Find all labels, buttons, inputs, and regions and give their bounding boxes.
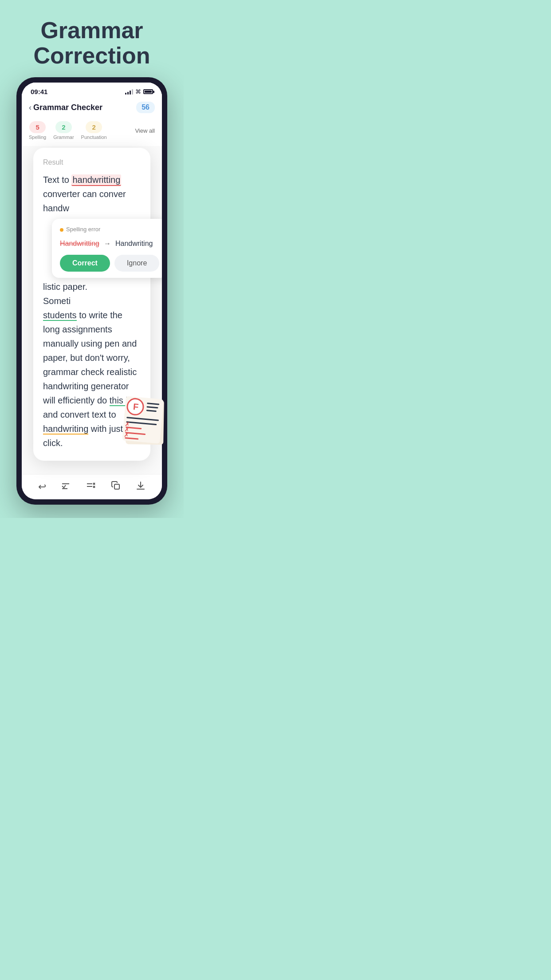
- status-icons: ⌘: [125, 88, 153, 95]
- header-left: ‹ Grammar Checker: [29, 103, 102, 112]
- category-spelling[interactable]: 5 Spelling: [29, 121, 46, 140]
- punctuation-label: Punctuation: [81, 134, 107, 140]
- tooltip-error-type: Spelling error: [66, 225, 100, 234]
- error-categories: 5 Spelling 2 Grammar 2 Punctuation View …: [22, 118, 162, 146]
- back-button[interactable]: ‹: [29, 103, 31, 112]
- tooltip-correction: Handwritting → Handwriting: [60, 238, 159, 249]
- app-header: ‹ Grammar Checker 56: [22, 98, 162, 118]
- screen-spacer: [26, 461, 157, 474]
- signal-icon: [125, 89, 133, 95]
- count-badge: 56: [136, 102, 155, 113]
- result-label: Result: [43, 158, 141, 166]
- title-area: Grammar Correction: [25, 0, 159, 77]
- ignore-button[interactable]: Ignore: [114, 255, 159, 272]
- grammar-label: Grammar: [53, 134, 74, 140]
- corrected-word: Handwriting: [115, 238, 153, 249]
- spelling-badge: 5: [29, 121, 45, 133]
- grammar-error-students[interactable]: students: [43, 310, 77, 321]
- status-bar: 09:41 ⌘: [22, 83, 162, 98]
- tooltip-popup: Spelling error Handwritting → Handwritin…: [52, 219, 162, 277]
- spelling-label: Spelling: [29, 134, 46, 140]
- phone-top: 09:41 ⌘ ‹ Grammar Che: [22, 83, 162, 146]
- check-button[interactable]: [61, 481, 71, 493]
- bottom-toolbar: ↩: [22, 474, 162, 499]
- clear-button[interactable]: [86, 481, 96, 493]
- arrow-icon: →: [104, 238, 111, 249]
- svg-line-16: [147, 410, 156, 411]
- original-word: Handwritting: [60, 238, 99, 249]
- svg-text:F: F: [133, 402, 139, 412]
- wifi-icon: ⌘: [135, 88, 141, 95]
- spelling-error-word[interactable]: handwritting: [71, 174, 121, 186]
- download-button[interactable]: [136, 481, 146, 493]
- category-grammar[interactable]: 2 Grammar: [53, 121, 74, 140]
- page-title: Grammar Correction: [34, 18, 150, 68]
- tooltip-actions: Correct Ignore: [60, 255, 159, 272]
- grammar-badge: 2: [55, 121, 71, 133]
- correct-button[interactable]: Correct: [60, 255, 110, 272]
- undo-button[interactable]: ↩: [38, 481, 46, 493]
- battery-icon: [143, 89, 153, 94]
- grades-sticker: F ✗ ✗ ✗: [119, 391, 177, 454]
- page-wrapper: Grammar Correction 09:41 ⌘: [0, 0, 184, 518]
- view-all-button[interactable]: View all: [135, 127, 155, 134]
- svg-rect-8: [114, 484, 119, 489]
- header-title: Grammar Checker: [33, 103, 102, 112]
- error-dot-icon: [60, 228, 63, 232]
- tooltip-error-label: Spelling error: [60, 225, 159, 234]
- svg-text:✗: ✗: [124, 431, 130, 439]
- category-punctuation[interactable]: 2 Punctuation: [81, 121, 107, 140]
- status-time: 09:41: [31, 88, 47, 95]
- copy-button[interactable]: [111, 481, 121, 493]
- punctuation-badge: 2: [86, 121, 102, 133]
- punctuation-error-handwriting[interactable]: handwriting: [43, 424, 88, 435]
